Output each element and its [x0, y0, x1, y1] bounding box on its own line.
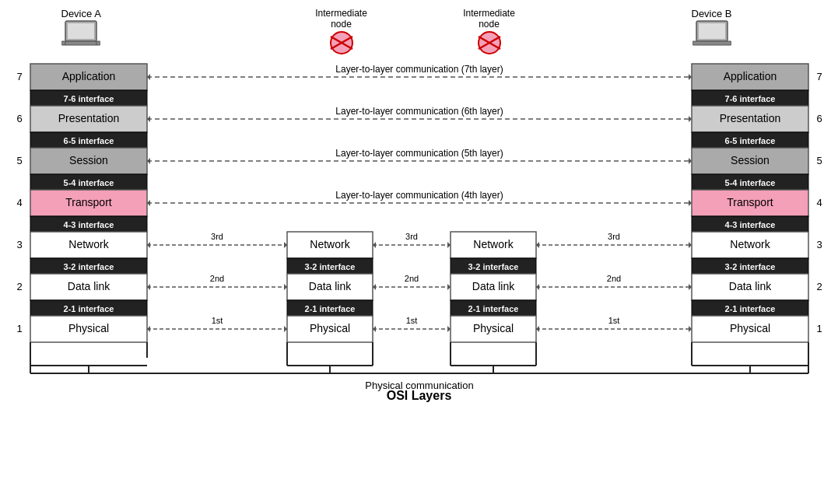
a-iface54-text: 5-4 interface [63, 178, 114, 187]
a-layer1-num: 1 [16, 323, 22, 334]
a-layer2-text: Data link [67, 280, 110, 292]
a-iface32-text: 3-2 interface [63, 262, 114, 271]
a-iface65-text: 6-5 interface [63, 136, 114, 145]
n1-iface32-text: 3-2 interface [304, 262, 355, 271]
comm-label-4: Layer-to-layer communication (4th layer) [335, 190, 503, 201]
a-layer7-text: Application [61, 70, 115, 82]
svg-rect-1 [68, 23, 94, 39]
hop-n1-n2-layer1-label: 1st [405, 316, 417, 325]
a-layer4-num: 4 [16, 197, 22, 208]
b-layer5-text: Session [731, 154, 770, 166]
b-layer2-num: 2 [816, 281, 822, 292]
inter-node-1-label: Intermediatenode [310, 8, 373, 55]
device-b-name: Device B [692, 8, 732, 19]
osi-diagram-svg: Application 7 7-6 interface Presentation… [15, 62, 824, 486]
a-iface43-text: 4-3 interface [63, 220, 114, 229]
n1-layer2-text: Data link [308, 280, 351, 292]
inter-node-2-name: Intermediatenode [463, 8, 515, 30]
inter-node-1-icon [324, 30, 359, 55]
hop-n2-b-layer1-label: 1st [608, 316, 619, 325]
b-iface54-text: 5-4 interface [724, 178, 775, 187]
a-layer1-text: Physical [68, 322, 108, 334]
hop-a-n1-layer3-label: 3rd [211, 232, 223, 241]
n1-layer3-text: Network [310, 238, 350, 250]
b-layer6-text: Presentation [719, 112, 780, 124]
comm-label-6: Layer-to-layer communication (6th layer) [335, 106, 503, 117]
comm-label-7: Layer-to-layer communication (7th layer) [335, 64, 503, 75]
b-layer1-text: Physical [729, 322, 770, 334]
device-a-name: Device A [61, 8, 101, 19]
title-text: OSI Layers [387, 389, 452, 402]
b-iface32-text: 3-2 interface [724, 262, 775, 271]
a-layer7-num: 7 [16, 71, 22, 82]
n2-layer2-text: Data link [472, 280, 514, 292]
b-layer4-num: 4 [816, 197, 822, 208]
device-b-label: Device B [692, 8, 732, 49]
a-layer6-num: 6 [16, 113, 22, 124]
b-layer7-text: Application [723, 70, 777, 82]
n2-layer1-text: Physical [472, 322, 513, 334]
diagram-title: OSI Layers [15, 389, 824, 403]
b-layer5-num: 5 [816, 155, 822, 166]
b-iface43-text: 4-3 interface [724, 220, 775, 229]
hop-n1-n2-layer2-label: 2nd [404, 274, 418, 283]
a-layer5-num: 5 [16, 155, 22, 166]
device-a-label: Device A [61, 8, 101, 49]
svg-rect-2 [61, 41, 100, 45]
a-layer3-num: 3 [16, 239, 22, 250]
b-layer1-num: 1 [816, 323, 822, 334]
a-layer5-text: Session [69, 154, 108, 166]
n1-layer1-text: Physical [309, 322, 349, 334]
b-layer7-num: 7 [816, 71, 822, 82]
b-iface65-text: 6-5 interface [724, 136, 775, 145]
a-iface21-text: 2-1 interface [63, 304, 114, 313]
n2-iface32-text: 3-2 interface [468, 262, 518, 271]
b-iface76-text: 7-6 interface [724, 94, 775, 103]
svg-rect-13 [692, 41, 731, 45]
b-layer3-num: 3 [816, 239, 822, 250]
b-layer6-num: 6 [816, 113, 822, 124]
b-layer3-text: Network [730, 238, 770, 250]
b-iface21-text: 2-1 interface [724, 304, 775, 313]
device-a-icon [61, 19, 100, 49]
b-layer4-text: Transport [727, 196, 773, 208]
comm-label-5: Layer-to-layer communication (5th layer) [335, 148, 503, 159]
hop-n1-n2-layer3-label: 3rd [405, 232, 418, 241]
b-layer2-text: Data link [728, 280, 771, 292]
a-layer6-text: Presentation [58, 112, 119, 124]
device-b-icon [692, 19, 731, 49]
a-layer3-text: Network [68, 238, 109, 250]
a-layer4-text: Transport [65, 196, 112, 208]
hop-a-n1-layer2-label: 2nd [209, 274, 223, 283]
a-iface76-text: 7-6 interface [63, 94, 114, 103]
n2-layer3-text: Network [473, 238, 514, 250]
n1-iface21-text: 2-1 interface [304, 304, 355, 313]
hop-a-n1-layer1-label: 1st [211, 316, 223, 325]
inter-node-1-name: Intermediatenode [315, 8, 367, 30]
a-layer2-num: 2 [16, 281, 22, 292]
hop-n2-b-layer2-label: 2nd [606, 274, 620, 283]
inter-node-2-icon [472, 30, 507, 55]
n2-iface21-text: 2-1 interface [468, 304, 518, 313]
diagram-container: Device A Intermediatenode Intermediateno… [15, 8, 824, 496]
inter-node-2-label: Intermediatenode [458, 8, 521, 55]
svg-rect-12 [699, 23, 725, 39]
hop-n2-b-layer3-label: 3rd [608, 232, 620, 241]
